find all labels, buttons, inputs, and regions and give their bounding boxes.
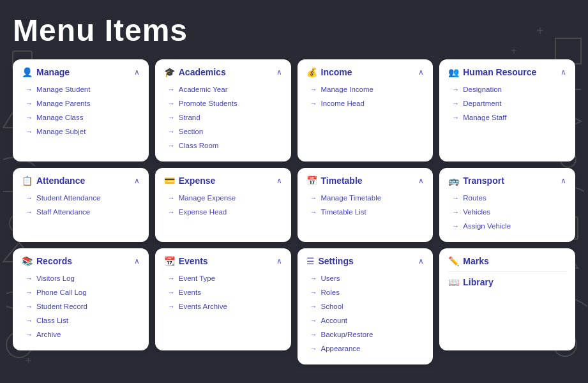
attendance-chevron[interactable]: ∧ <box>134 176 140 185</box>
card-expense: 💳 Expense ∧ → Manage Expense → Expense H… <box>155 168 291 242</box>
arrow-icon: → <box>168 194 175 202</box>
menu-item-archive[interactable]: → Archive <box>22 327 140 342</box>
menu-item-manage-class[interactable]: → Manage Class <box>22 110 140 124</box>
arrow-icon: → <box>310 194 317 202</box>
transport-chevron[interactable]: ∧ <box>561 176 566 185</box>
arrow-icon: → <box>310 208 317 216</box>
income-chevron[interactable]: ∧ <box>418 68 424 77</box>
arrow-icon: → <box>26 128 33 135</box>
human-resource-icon: 👥 <box>448 67 459 77</box>
arrow-icon: → <box>26 303 33 310</box>
card-attendance: 📋 Attendance ∧ → Student Attendance → St… <box>13 168 149 242</box>
arrow-icon: → <box>168 208 175 216</box>
arrow-icon: → <box>26 208 33 216</box>
expense-chevron[interactable]: ∧ <box>276 176 282 185</box>
menu-item-timetable-list[interactable]: → Timetable List <box>306 205 425 219</box>
menu-item-academic-year[interactable]: → Academic Year <box>164 82 282 96</box>
menu-item-roles[interactable]: → Roles <box>306 285 425 299</box>
card-marks-library: ✏️ Marks 📖 Library <box>439 248 575 350</box>
card-income: 💰 Income ∧ → Manage Income → Income Head <box>298 59 433 161</box>
settings-icon: ☰ <box>306 256 315 266</box>
manage-chevron[interactable]: ∧ <box>134 68 140 77</box>
menu-item-staff-attendance[interactable]: → Staff Attendance <box>22 205 140 219</box>
card-header-transport: 🚌 Transport ∧ <box>448 176 566 186</box>
menu-item-event-type[interactable]: → Event Type <box>164 271 282 285</box>
menu-item-designation[interactable]: → Designation <box>448 82 566 96</box>
menu-item-manage-expense[interactable]: → Manage Expense <box>164 191 282 205</box>
menu-item-manage-student[interactable]: → Manage Student <box>22 82 140 96</box>
arrow-icon: → <box>310 289 317 296</box>
arrow-icon: → <box>452 208 459 216</box>
menu-item-users[interactable]: → Users <box>306 271 425 285</box>
menu-item-events-archive[interactable]: → Events Archive <box>164 299 282 313</box>
menu-item-school[interactable]: → School <box>306 299 425 313</box>
menu-item-strand[interactable]: → Strand <box>164 110 282 124</box>
menu-item-assign-vehicle[interactable]: → Assign Vehicle <box>448 219 566 233</box>
events-chevron[interactable]: ∧ <box>276 257 282 266</box>
settings-title: Settings <box>319 256 354 266</box>
card-manage: 👤 Manage ∧ → Manage Student → Manage Par… <box>13 59 149 161</box>
arrow-icon: → <box>26 86 33 93</box>
menu-item-manage-timetable[interactable]: → Manage Timetable <box>306 191 425 205</box>
records-chevron[interactable]: ∧ <box>134 257 140 266</box>
academics-chevron[interactable]: ∧ <box>276 68 282 77</box>
events-icon: 📆 <box>164 256 175 266</box>
timetable-chevron[interactable]: ∧ <box>418 176 424 185</box>
menu-item-section[interactable]: → Section <box>164 124 282 139</box>
menu-item-events[interactable]: → Events <box>164 285 282 299</box>
settings-chevron[interactable]: ∧ <box>418 257 424 266</box>
card-academics: 🎓 Academics ∧ → Academic Year → Promote … <box>155 59 291 161</box>
academics-title: Academics <box>179 67 226 77</box>
marks-icon: ✏️ <box>448 256 459 266</box>
menu-item-student-attendance[interactable]: → Student Attendance <box>22 191 140 205</box>
menu-item-manage-subjet[interactable]: → Manage Subjet <box>22 124 140 139</box>
income-title: Income <box>321 67 352 77</box>
menu-item-expense-head[interactable]: → Expense Head <box>164 205 282 219</box>
card-header-marks: ✏️ Marks <box>448 256 566 266</box>
menu-item-vehicles[interactable]: → Vehicles <box>448 205 566 219</box>
menu-item-account[interactable]: → Account <box>306 313 425 327</box>
arrow-icon: → <box>26 194 33 202</box>
card-records: 📚 Records ∧ → Visitors Log → Phone Call … <box>13 248 149 350</box>
arrow-icon: → <box>168 114 175 121</box>
menu-item-visitors-log[interactable]: → Visitors Log <box>22 271 140 285</box>
arrow-icon: → <box>310 274 317 282</box>
records-title: Records <box>36 256 72 266</box>
card-header-library: 📖 Library <box>448 277 566 287</box>
menu-item-promote-students[interactable]: → Promote Students <box>164 96 282 110</box>
marks-title: Marks <box>463 256 488 266</box>
menu-item-appearance[interactable]: → Appearance <box>306 342 425 356</box>
arrow-icon: → <box>168 289 175 296</box>
arrow-icon: → <box>310 345 317 352</box>
card-transport: 🚌 Transport ∧ → Routes → Vehicles → Assi… <box>439 168 575 242</box>
menu-item-class-list[interactable]: → Class List <box>22 313 140 327</box>
card-header-settings: ☰ Settings ∧ <box>306 256 425 266</box>
arrow-icon: → <box>168 274 175 282</box>
arrow-icon: → <box>310 86 317 93</box>
arrow-icon: → <box>452 100 459 107</box>
menu-item-routes[interactable]: → Routes <box>448 191 566 205</box>
card-header-attendance: 📋 Attendance ∧ <box>22 176 140 186</box>
menu-item-department[interactable]: → Department <box>448 96 566 110</box>
menu-item-phone-call-log[interactable]: → Phone Call Log <box>22 285 140 299</box>
menu-item-manage-income[interactable]: → Manage Income <box>306 82 425 96</box>
menu-grid: 👤 Manage ∧ → Manage Student → Manage Par… <box>13 59 575 364</box>
menu-item-manage-staff[interactable]: → Manage Staff <box>448 110 566 124</box>
expense-icon: 💳 <box>164 176 175 186</box>
menu-item-income-head[interactable]: → Income Head <box>306 96 425 110</box>
menu-item-classroom[interactable]: → Class Room <box>164 139 282 153</box>
page-title: Menu Items <box>13 13 575 48</box>
human-resource-chevron[interactable]: ∧ <box>561 68 566 77</box>
arrow-icon: → <box>310 100 317 107</box>
arrow-icon: → <box>26 274 33 282</box>
arrow-icon: → <box>26 331 33 338</box>
library-title: Library <box>463 277 493 287</box>
card-header-human-resource: 👥 Human Resource ∧ <box>448 67 566 77</box>
card-timetable: 📅 Timetable ∧ → Manage Timetable → Timet… <box>298 168 433 242</box>
timetable-icon: 📅 <box>306 176 317 186</box>
menu-item-backup-restore[interactable]: → Backup/Restore <box>306 327 425 342</box>
menu-item-student-record[interactable]: → Student Record <box>22 299 140 313</box>
arrow-icon: → <box>168 86 175 93</box>
menu-item-manage-parents[interactable]: → Manage Parents <box>22 96 140 110</box>
arrow-icon: → <box>310 317 317 324</box>
